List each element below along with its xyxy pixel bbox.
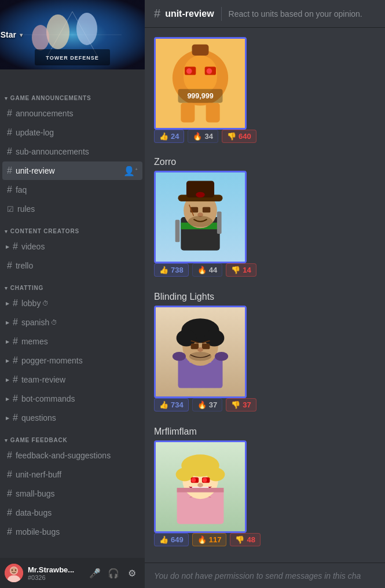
- channel-header: # unit-review React to units based on yo…: [145, 0, 385, 28]
- channel-item-rules[interactable]: ☑ rules: [2, 200, 142, 218]
- channel-name-faq: faq: [16, 185, 27, 194]
- user-bar: Mr.Strawbe... #0326 🎤 🎧 ⚙: [0, 558, 145, 588]
- channel-item-memes[interactable]: ▶ # memes: [2, 332, 142, 351]
- reaction-fire-blinding[interactable]: 🔥 37: [192, 398, 222, 411]
- hash-icon: #: [7, 166, 12, 176]
- messages-area[interactable]: 999,999 👍 24 🔥 34 👎: [145, 28, 385, 563]
- svg-point-70: [197, 483, 203, 487]
- svg-point-22: [207, 68, 212, 74]
- user-tag: #0326: [28, 574, 82, 581]
- collapsed-arrow-icon: ▶: [6, 244, 9, 249]
- fire-emoji: 🔥: [193, 132, 202, 141]
- thumbsup-count: 24: [171, 132, 179, 141]
- svg-rect-40: [217, 211, 222, 234]
- reaction-thumbsup-first[interactable]: 👍 24: [154, 130, 184, 143]
- channel-name-team-review: team-review: [21, 375, 65, 384]
- thumbsdown-emoji: 👎: [231, 266, 240, 274]
- unit-name-zorro: Zorro: [154, 157, 376, 167]
- category-header-content-creators[interactable]: ▾ CONTENT CREATORS: [0, 219, 145, 237]
- server-header[interactable]: TOWER DEFENSE ✦ All Star ▾: [0, 0, 145, 86]
- slow-mode-icon: ⏱: [42, 300, 49, 307]
- unit-art-first: 999,999: [156, 37, 245, 130]
- unit-card-mrflim: Mrflimflam: [154, 427, 376, 550]
- unit-reactions-mrflim: 👍 649 🔥 117 👎 48: [154, 533, 376, 546]
- channel-item-announcements[interactable]: # announcements: [2, 104, 142, 123]
- unit-image-zorro: [154, 171, 247, 263]
- hash-icon: #: [13, 394, 18, 404]
- fire-emoji: 🔥: [197, 266, 207, 274]
- channel-item-update-log[interactable]: # update-log: [2, 123, 142, 142]
- reaction-fire-zorro[interactable]: 🔥 44: [192, 263, 222, 277]
- server-name: All Star: [0, 30, 16, 39]
- unit-card-zorro: Zorro: [154, 157, 376, 280]
- hash-icon: #: [7, 108, 12, 119]
- fire-count: 34: [204, 132, 212, 141]
- thumbsup-emoji: 👍: [159, 535, 168, 544]
- reaction-thumbsdown-mrflim[interactable]: 👎 48: [230, 533, 260, 546]
- unit-reactions-first: 👍 24 🔥 34 👎 640: [154, 130, 376, 143]
- reaction-thumbsdown-first[interactable]: 👎 640: [222, 130, 256, 143]
- category-header-game-announcements[interactable]: ▾ GAME ANNOUNCEMENTS: [0, 86, 145, 104]
- unit-card-blinding: Blinding Lights: [154, 292, 376, 415]
- fire-emoji: 🔥: [197, 400, 207, 409]
- channel-item-spanish[interactable]: ▶ # spanish ⏱: [2, 313, 142, 332]
- headphones-button[interactable]: 🎧: [105, 565, 122, 581]
- svg-rect-26: [181, 103, 195, 123]
- thumbsup-count: 649: [171, 535, 184, 544]
- add-member-icon[interactable]: 👤+: [123, 166, 138, 177]
- reaction-thumbsup-zorro[interactable]: 👍 738: [154, 263, 189, 277]
- collapsed-arrow-icon: ▶: [6, 377, 9, 383]
- microphone-button[interactable]: 🎤: [87, 565, 103, 581]
- collapsed-arrow-icon: ▶: [6, 396, 9, 402]
- channel-item-pogger-moments[interactable]: ▶ # pogger-moments: [2, 351, 142, 370]
- channel-item-faq[interactable]: # faq: [2, 181, 142, 199]
- channel-header-name: unit-review: [165, 9, 214, 19]
- thumbsup-count: 738: [171, 266, 184, 274]
- channel-name-rules: rules: [17, 204, 35, 214]
- category-header-game-feedback[interactable]: ▾ GAME FEEDBACK: [0, 428, 145, 446]
- reaction-thumbsdown-zorro[interactable]: 👎 14: [226, 263, 256, 277]
- server-banner: TOWER DEFENSE ✦ All Star ▾: [0, 0, 145, 69]
- unit-reactions-blinding: 👍 734 🔥 37 👎 37: [154, 398, 376, 411]
- fire-count: 37: [209, 400, 217, 409]
- category-header-chatting[interactable]: ▾ CHATTING: [0, 275, 145, 293]
- channel-item-data-bugs[interactable]: # data-bugs: [2, 504, 142, 522]
- thumbsdown-count: 37: [243, 400, 251, 409]
- channel-item-bot-commands[interactable]: ▶ # bot-commands: [2, 389, 142, 408]
- channel-item-team-review[interactable]: ▶ # team-review: [2, 370, 142, 389]
- channel-name-unit-nerf-buff: unit-nerf-buff: [16, 470, 61, 479]
- channel-item-mobile-bugs[interactable]: # mobile-bugs: [2, 523, 142, 541]
- reaction-thumbsdown-blinding[interactable]: 👎 37: [226, 398, 256, 411]
- channel-name-videos: videos: [21, 242, 45, 251]
- hash-icon: #: [7, 508, 12, 518]
- settings-button[interactable]: ⚙: [124, 565, 140, 581]
- reaction-fire-mrflim[interactable]: 🔥 117: [192, 533, 227, 546]
- channel-item-trello[interactable]: # trello: [2, 256, 142, 275]
- channel-item-sub-announcements[interactable]: # sub-announcements: [2, 142, 142, 161]
- chevron-down-icon: ▾: [20, 32, 23, 38]
- svg-rect-41: [175, 220, 180, 242]
- hash-icon: #: [13, 241, 18, 252]
- channel-header-description: React to units based on your opinion.: [229, 9, 362, 19]
- user-info: Mr.Strawbe... #0326: [28, 565, 82, 581]
- channel-name-trello: trello: [16, 261, 33, 270]
- channel-name-bot-commands: bot-commands: [21, 394, 75, 403]
- channel-name-memes: memes: [21, 337, 48, 346]
- channel-item-questions[interactable]: ▶ # questions: [2, 409, 142, 427]
- reaction-thumbsup-blinding[interactable]: 👍 734: [154, 398, 189, 411]
- channel-item-videos[interactable]: ▶ # videos: [2, 237, 142, 256]
- category-chevron-chatting: ▾: [5, 285, 8, 291]
- reaction-thumbsup-mrflim[interactable]: 👍 649: [154, 533, 189, 546]
- fire-emoji: 🔥: [197, 535, 207, 544]
- checkbox-icon: ☑: [7, 205, 14, 214]
- channel-item-unit-review[interactable]: # unit-review 👤+: [2, 161, 142, 180]
- channel-item-lobby[interactable]: ▶ # lobby ⏱: [2, 294, 142, 313]
- channel-item-small-bugs[interactable]: # small-bugs: [2, 484, 142, 503]
- unit-card-first: 999,999 👍 24 🔥 34 👎: [154, 37, 376, 145]
- unit-art-mrflim: [156, 440, 245, 533]
- reaction-fire-first[interactable]: 🔥 34: [188, 130, 218, 143]
- channel-item-feedback-suggestions[interactable]: # feedback-and-suggestions: [2, 446, 142, 465]
- server-name-header[interactable]: ✦ All Star ▾: [0, 5, 72, 65]
- thumbsup-emoji: 👍: [159, 132, 168, 141]
- channel-item-unit-nerf-buff[interactable]: # unit-nerf-buff: [2, 465, 142, 484]
